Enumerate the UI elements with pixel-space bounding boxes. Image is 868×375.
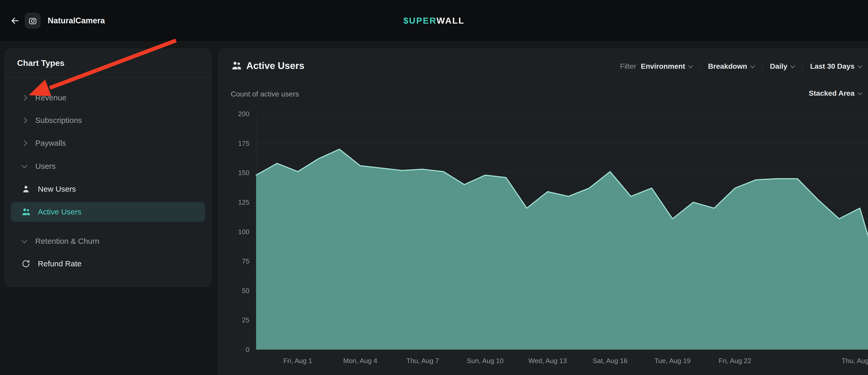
chevron-right-icon <box>22 140 28 146</box>
chevron-right-icon <box>22 118 28 123</box>
top-bar: NaturalCamera $UPERWALL <box>0 0 868 41</box>
environment-dropdown-label: Environment <box>641 62 685 70</box>
sidebar-item-retention-churn[interactable]: Retention & Churn <box>11 231 205 251</box>
sidebar-item-label: Refund Rate <box>38 259 82 268</box>
svg-text:0: 0 <box>246 346 249 353</box>
chart-types-panel: Chart Types Revenue Subscriptions Paywal… <box>4 49 212 287</box>
sidebar-item-label: Active Users <box>38 208 82 216</box>
svg-text:Wed, Aug 13: Wed, Aug 13 <box>528 357 567 365</box>
svg-text:100: 100 <box>238 228 249 236</box>
svg-text:50: 50 <box>242 287 249 294</box>
chevron-down-icon <box>857 90 862 95</box>
svg-text:200: 200 <box>238 110 249 118</box>
people-icon <box>21 207 31 217</box>
person-icon <box>21 184 31 194</box>
chart-type-dropdown-label: Stacked Area <box>809 89 855 97</box>
chart-controls: Filter Environment Breakdown Daily Last … <box>620 61 862 71</box>
date-range-dropdown-label: Last 30 Days <box>810 62 855 70</box>
environment-dropdown[interactable]: Environment <box>641 62 692 70</box>
chevron-down-icon <box>688 63 693 68</box>
svg-text:Sun, Aug 10: Sun, Aug 10 <box>467 357 503 365</box>
back-arrow-icon <box>10 15 20 26</box>
active-users-panel: Active Users Filter Environment Breakdow… <box>218 49 868 375</box>
svg-text:Thu, Aug 28: Thu, Aug 28 <box>842 357 868 365</box>
active-users-area-chart: 0255075100125150175200Fri, Aug 1Mon, Aug… <box>218 49 868 375</box>
chart-subtitle: Count of active users <box>231 90 299 98</box>
filter-label: Filter <box>620 62 636 70</box>
svg-text:25: 25 <box>242 316 249 324</box>
svg-text:125: 125 <box>238 198 249 206</box>
sidebar-item-label: Revenue <box>35 93 66 102</box>
svg-text:75: 75 <box>242 257 249 265</box>
svg-text:Fri, Aug 1: Fri, Aug 1 <box>283 357 312 365</box>
sidebar-divider <box>5 77 211 78</box>
sidebar-item-label: Retention & Churn <box>35 237 99 246</box>
granularity-dropdown[interactable]: Daily <box>770 62 794 70</box>
sidebar-item-new-users[interactable]: New Users <box>11 179 205 199</box>
chevron-down-icon <box>750 63 755 68</box>
people-icon <box>231 60 242 71</box>
logo-prefix: $UPER <box>403 15 437 25</box>
sidebar-item-subscriptions[interactable]: Subscriptions <box>11 111 205 130</box>
superwall-logo: $UPERWALL <box>403 15 465 26</box>
sidebar-item-revenue[interactable]: Revenue <box>11 88 205 107</box>
chevron-right-icon <box>22 95 28 101</box>
svg-text:175: 175 <box>238 139 249 147</box>
refresh-icon <box>21 258 31 269</box>
svg-text:Thu, Aug 7: Thu, Aug 7 <box>406 357 439 365</box>
sidebar-item-label: Subscriptions <box>35 116 82 125</box>
logo-suffix: WALL <box>437 15 465 25</box>
granularity-dropdown-label: Daily <box>770 62 787 70</box>
chevron-down-icon <box>22 238 28 244</box>
chart-type-dropdown[interactable]: Stacked Area <box>809 89 862 97</box>
breakdown-dropdown-label: Breakdown <box>708 62 747 70</box>
breakdown-dropdown[interactable]: Breakdown <box>708 62 754 70</box>
sidebar-item-label: New Users <box>38 185 76 193</box>
chevron-down-icon <box>790 63 795 68</box>
divider <box>700 61 700 71</box>
svg-text:Fri, Aug 22: Fri, Aug 22 <box>719 357 751 365</box>
sidebar-item-refund-rate[interactable]: Refund Rate <box>11 254 205 274</box>
sidebar-item-label: Users <box>35 162 56 170</box>
back-button[interactable] <box>8 13 22 28</box>
svg-text:150: 150 <box>238 169 249 177</box>
app-name: NaturalCamera <box>48 16 105 25</box>
sidebar-item-paywalls[interactable]: Paywalls <box>11 133 205 153</box>
page-title: Active Users <box>246 60 304 71</box>
app-camera-icon <box>25 13 40 29</box>
chevron-down-icon <box>22 163 28 168</box>
divider <box>762 61 762 71</box>
sidebar-item-label: Paywalls <box>35 139 66 148</box>
svg-text:Sat, Aug 16: Sat, Aug 16 <box>593 357 627 365</box>
svg-text:Mon, Aug 4: Mon, Aug 4 <box>343 357 377 365</box>
chevron-down-icon <box>857 63 862 68</box>
date-range-dropdown[interactable]: Last 30 Days <box>810 62 862 70</box>
sidebar-item-active-users[interactable]: Active Users <box>11 202 205 222</box>
sidebar-item-users[interactable]: Users <box>11 156 205 176</box>
sidebar-title: Chart Types <box>17 58 65 68</box>
svg-text:Tue, Aug 19: Tue, Aug 19 <box>654 357 690 365</box>
